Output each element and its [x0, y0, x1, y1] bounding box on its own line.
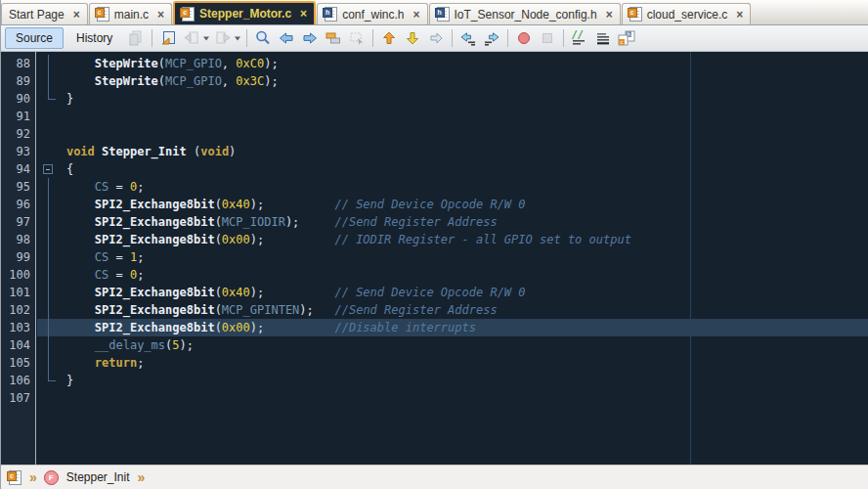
code-line-89[interactable]: StepWrite(MCP_GPIO, 0x3C);: [37, 72, 868, 90]
code-line-94[interactable]: {: [37, 160, 868, 178]
code-line-92[interactable]: [37, 125, 868, 143]
tab-cloud-service-c[interactable]: ccloud_service.c×: [622, 3, 752, 24]
code-token: SPI2_Exchange8bit: [95, 303, 215, 317]
code-line-101[interactable]: SPI2_Exchange8bit(0x40); // Send Device …: [37, 284, 868, 301]
line-number[interactable]: 89: [1, 72, 35, 90]
last-edit-icon[interactable]: [157, 27, 179, 49]
line-number[interactable]: 95: [1, 178, 35, 196]
tab-iot-sensor-node-config-h[interactable]: hIoT_Sensor_Node_config.h×: [429, 3, 621, 24]
tab-close-icon[interactable]: ×: [73, 9, 80, 21]
code-token: (: [158, 57, 165, 70]
code-line-105[interactable]: return;: [37, 354, 868, 372]
svg-text://: //: [572, 29, 584, 40]
line-number[interactable]: 90: [1, 90, 35, 108]
code-line-91[interactable]: [37, 108, 868, 125]
tab-close-icon[interactable]: ×: [300, 8, 307, 20]
code-line-98[interactable]: SPI2_Exchange8bit(0x00); // IODIR Regist…: [37, 231, 868, 248]
dropdown-caret-icon[interactable]: [202, 27, 210, 49]
code-line-95[interactable]: CS = 0;: [37, 178, 868, 196]
line-number[interactable]: 94: [1, 160, 35, 178]
toggle-bookmark-icon[interactable]: [425, 27, 447, 49]
fold-line: [48, 55, 49, 99]
find-previous-icon[interactable]: [276, 27, 297, 49]
line-number[interactable]: 93: [1, 143, 35, 160]
code-line-88[interactable]: StepWrite(MCP_GPIO, 0xC0);: [37, 55, 868, 72]
line-number[interactable]: 92: [1, 125, 35, 143]
breadcrumb-function-name[interactable]: Stepper_Init: [66, 470, 130, 484]
code-token: (: [215, 233, 222, 246]
line-number[interactable]: 107: [1, 389, 35, 407]
find-selection-icon[interactable]: [252, 27, 274, 49]
code-token: SPI2_Exchange8bit: [95, 198, 215, 211]
toggle-highlight-icon[interactable]: [323, 27, 344, 49]
code-line-99[interactable]: CS = 1;: [37, 248, 868, 266]
tab-main-c[interactable]: cmain.c×: [89, 3, 172, 24]
shift-left-icon[interactable]: [457, 27, 479, 49]
shift-right-icon[interactable]: [481, 27, 502, 49]
fold-collapse-box[interactable]: [43, 164, 53, 174]
code-comment: //Send Register Address: [334, 303, 497, 317]
tab-close-icon[interactable]: ×: [736, 9, 743, 21]
tab-close-icon[interactable]: ×: [606, 9, 613, 21]
line-number[interactable]: 101: [1, 284, 35, 301]
code-line-102[interactable]: SPI2_Exchange8bit(MCP_GPINTEN); //Send R…: [37, 301, 868, 319]
line-number[interactable]: 106: [1, 372, 35, 389]
code-token: ;: [137, 250, 144, 264]
code-line-90[interactable]: }: [37, 90, 868, 108]
source-view-button[interactable]: Source: [5, 27, 64, 49]
code-token: [38, 303, 95, 317]
line-number[interactable]: 88: [1, 55, 35, 72]
toolbar-separator: [372, 29, 373, 47]
breadcrumb-chevron-icon[interactable]: »: [138, 470, 145, 484]
rectangular-selection-icon: [346, 27, 368, 49]
code-token: CS: [95, 268, 108, 282]
code-line-104[interactable]: __delay_ms(5);: [37, 336, 868, 354]
code-line-103[interactable]: SPI2_Exchange8bit(0x00); //Disable inter…: [37, 319, 868, 336]
line-number[interactable]: 103: [1, 319, 35, 336]
code-token: [38, 215, 95, 229]
code-line-107[interactable]: [37, 389, 868, 407]
tab-stepper-motor-c[interactable]: cStepper_Motor.c×: [173, 1, 316, 24]
tab-close-icon[interactable]: ×: [413, 9, 420, 21]
code-token: CS: [95, 180, 108, 194]
history-view-button[interactable]: History: [65, 27, 123, 49]
next-bookmark-icon[interactable]: [402, 27, 423, 49]
code-line-106[interactable]: }: [37, 372, 868, 389]
code-line-100[interactable]: CS = 0;: [37, 266, 868, 284]
code-line-93[interactable]: void Stepper_Init (void): [37, 143, 868, 160]
comment-icon[interactable]: //: [569, 27, 590, 49]
find-next-icon[interactable]: [299, 27, 321, 49]
code-token: [38, 286, 95, 299]
code-line-96[interactable]: SPI2_Exchange8bit(0x40); // Send Device …: [37, 196, 868, 213]
breadcrumb-chevron-icon[interactable]: »: [29, 470, 36, 484]
code-token: );: [250, 198, 264, 211]
tab-conf-winc-h[interactable]: hconf_winc.h×: [317, 3, 427, 24]
line-number[interactable]: 98: [1, 231, 35, 248]
line-number[interactable]: 99: [1, 248, 35, 266]
code-token: [38, 233, 95, 246]
code-token: return: [95, 356, 137, 370]
line-number[interactable]: 96: [1, 196, 35, 213]
line-number[interactable]: 100: [1, 266, 35, 284]
line-number[interactable]: 91: [1, 108, 35, 125]
tab-start-page[interactable]: Start Page×: [1, 3, 88, 24]
code-token: =: [108, 250, 130, 264]
code-area[interactable]: StepWrite(MCP_GPIO, 0xC0); StepWrite(MCP…: [37, 52, 868, 465]
tab-close-icon[interactable]: ×: [157, 9, 164, 21]
code-comment: // IODIR Register - all GPIO set to outp…: [334, 233, 630, 246]
line-number[interactable]: 104: [1, 336, 35, 354]
code-token: MCP_GPIO: [165, 74, 222, 88]
previous-bookmark-icon[interactable]: [378, 27, 400, 49]
code-token: );: [180, 338, 194, 352]
line-number[interactable]: 102: [1, 301, 35, 319]
toggle-header-source-icon[interactable]: hc: [616, 27, 637, 49]
uncomment-icon[interactable]: [592, 27, 614, 49]
record-macro-icon[interactable]: [513, 27, 535, 49]
code-token: );: [285, 215, 299, 229]
code-editor[interactable]: 8889909192939495969798991001011021031041…: [1, 52, 868, 465]
c-file-icon[interactable]: c: [9, 470, 22, 485]
code-line-97[interactable]: SPI2_Exchange8bit(MCP_IODIR); //Send Reg…: [37, 213, 868, 231]
dropdown-caret-icon[interactable]: [234, 27, 241, 49]
line-number[interactable]: 97: [1, 213, 35, 231]
line-number[interactable]: 105: [1, 354, 35, 372]
